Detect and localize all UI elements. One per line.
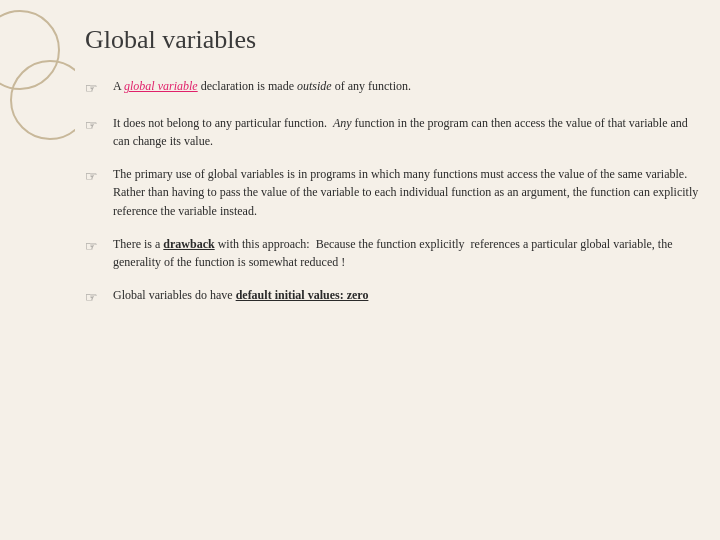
drawback-term: drawback [163, 237, 214, 251]
list-item: ☞ Global variables do have default initi… [85, 286, 700, 309]
list-item: ☞ A global variable declaration is made … [85, 77, 700, 100]
list-item: ☞ The primary use of global variables is… [85, 165, 700, 221]
left-decoration [0, 0, 75, 540]
outside-italic: outside [297, 79, 332, 93]
list-item: ☞ There is a drawback with this approach… [85, 235, 700, 272]
bullet-text: Global variables do have default initial… [113, 286, 700, 305]
page-title: Global variables [85, 25, 700, 55]
bullet-icon: ☞ [85, 236, 107, 258]
global-variable-term: global variable [124, 79, 198, 93]
bullet-icon: ☞ [85, 115, 107, 137]
bullet-text: There is a drawback with this approach: … [113, 235, 700, 272]
bullet-icon: ☞ [85, 166, 107, 188]
list-item: ☞ It does not belong to any particular f… [85, 114, 700, 151]
bullet-icon: ☞ [85, 287, 107, 309]
default-values-term: default initial values: zero [236, 288, 369, 302]
any-italic: Any [333, 116, 352, 130]
bullet-text: The primary use of global variables is i… [113, 165, 700, 221]
bullet-text: It does not belong to any particular fun… [113, 114, 700, 151]
bullet-text: A global variable declaration is made ou… [113, 77, 700, 96]
main-content: Global variables ☞ A global variable dec… [85, 25, 700, 520]
bullet-icon: ☞ [85, 78, 107, 100]
bullet-list: ☞ A global variable declaration is made … [85, 77, 700, 309]
decorative-circle-2 [10, 60, 75, 140]
